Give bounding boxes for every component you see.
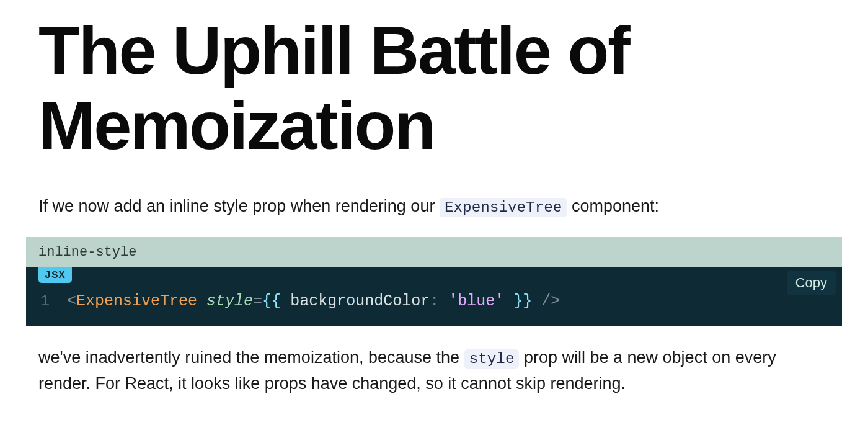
inline-code-expensive-tree: ExpensiveTree (440, 198, 567, 217)
tok-space (439, 292, 448, 310)
tok-string: 'blue' (448, 292, 504, 310)
tok-brace-close: }} (513, 292, 532, 310)
code-block-title: inline-style (26, 237, 842, 267)
tok-open-angle: < (67, 292, 76, 310)
code-block: inline-style JSX Copy 1 <ExpensiveTree s… (26, 237, 842, 326)
outro-paragraph: we've inadvertently ruined the memoizati… (38, 345, 830, 397)
language-badge: JSX (38, 267, 72, 283)
code-block-body: JSX Copy 1 <ExpensiveTree style={{ backg… (26, 267, 842, 326)
intro-text-after: component: (567, 197, 659, 215)
code-line: 1 <ExpensiveTree style={{ backgroundColo… (38, 292, 830, 310)
code-content: <ExpensiveTree style={{ backgroundColor:… (67, 292, 560, 310)
tok-space (197, 292, 206, 310)
tok-tag-name: ExpensiveTree (76, 292, 197, 310)
tok-space (281, 292, 290, 310)
outro-text-before: we've inadvertently ruined the memoizati… (38, 348, 464, 367)
tok-colon: : (430, 292, 439, 310)
tok-space (532, 292, 541, 310)
intro-paragraph: If we now add an inline style prop when … (38, 194, 830, 220)
copy-button[interactable]: Copy (787, 271, 836, 295)
intro-text-before: If we now add an inline style prop when … (38, 197, 440, 215)
tok-equals: = (253, 292, 262, 310)
tok-brace-open: {{ (262, 292, 281, 310)
tok-attr-name: style (206, 292, 253, 310)
tok-space (504, 292, 513, 310)
page-title: The Uphill Battle of Memoization (38, 12, 830, 163)
line-number: 1 (38, 292, 50, 310)
tok-prop-name: backgroundColor (290, 292, 430, 310)
inline-code-style: style (464, 349, 520, 369)
tok-self-close: /> (541, 292, 560, 310)
